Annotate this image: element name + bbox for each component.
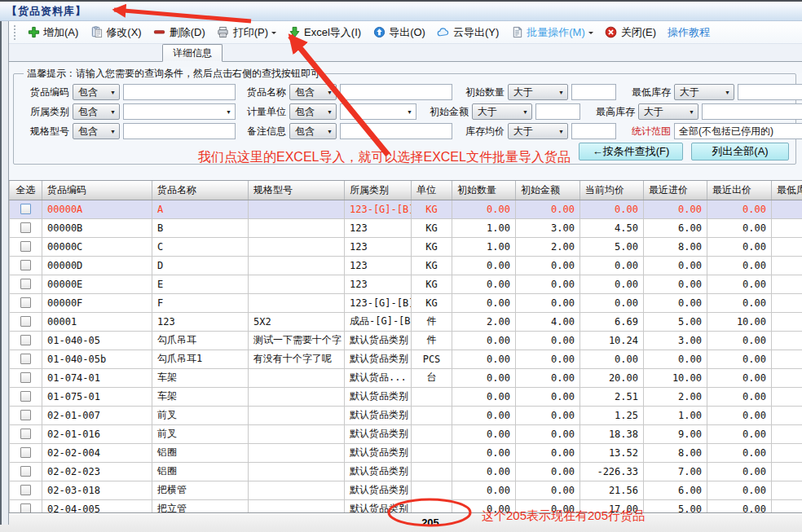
column-header[interactable]: 货品名称 (152, 181, 249, 200)
printer-icon (217, 26, 230, 39)
spec-model-input[interactable] (123, 123, 236, 139)
table-row[interactable]: 01-074-01车架默认货品...台0.000.0020.0010.000.0… (10, 368, 802, 387)
cell-init-qty: 0.00 (452, 406, 516, 424)
row-checkbox[interactable] (20, 204, 31, 214)
row-checkbox[interactable] (20, 260, 31, 270)
column-header[interactable]: 当前均价 (580, 181, 644, 200)
table-row[interactable]: 01-040-05b勾爪吊耳1有没有十个字了呢默认货品类别PCS0.000.00… (10, 350, 802, 368)
column-header[interactable]: 所属类别 (345, 181, 412, 200)
row-checkbox[interactable] (20, 410, 31, 420)
delete-button[interactable]: 删除(D) (148, 23, 211, 42)
row-checkbox[interactable] (20, 335, 31, 345)
cell-init-qty: 0.00 (452, 481, 516, 499)
row-checkbox[interactable] (20, 429, 31, 439)
row-checkbox[interactable] (20, 222, 31, 233)
column-header[interactable]: 单位 (412, 181, 452, 200)
table-row[interactable]: 00000EE123KG0.000.000.000.000.00 (10, 275, 802, 293)
column-header[interactable]: 初始金额 (516, 181, 580, 200)
table-row[interactable]: 02-01-016前叉默认货品类别0.000.0018.389.000.00 (10, 424, 802, 443)
stat-scope-select[interactable]: 全部(不包括已停用的) (674, 123, 802, 139)
cell-current-avg-price: 10.24 (580, 331, 644, 350)
row-checkbox[interactable] (20, 466, 31, 477)
init-qty-label: 初始数量 (464, 86, 505, 99)
tutorial-link[interactable]: 操作教程 (662, 23, 716, 42)
table-row[interactable]: 00000CC123KG1.002.005.008.000.00 (10, 237, 802, 256)
table-row[interactable]: 00000DD123KG0.000.000.000.000.00 (10, 256, 802, 275)
row-checkbox[interactable] (20, 372, 31, 383)
row-checkbox[interactable] (20, 279, 31, 289)
init-qty-operator-select[interactable]: 大于 (508, 84, 568, 100)
max-stock-operator-select[interactable]: 大于 (638, 103, 698, 120)
table-row[interactable]: 01-040-05勾爪吊耳测试一下需要十个字默认货品类别件0.000.0010.… (10, 331, 802, 350)
table-row[interactable]: 02-02-023铝圈默认货品类别0.000.00-226.337.000.00 (10, 462, 802, 481)
avg-price-operator-select[interactable]: 大于 (508, 123, 568, 139)
chevron-down-icon (407, 109, 412, 115)
column-header[interactable]: 初始数量 (452, 181, 516, 200)
cloud-export-button[interactable]: 云导出(Y) (431, 23, 505, 42)
table-row[interactable]: 00000AA123-[G]-[B]KG0.000.000.000.000.00 (10, 200, 802, 218)
row-checkbox[interactable] (20, 503, 31, 512)
remark-operator-select[interactable]: 包含 (289, 123, 337, 139)
excel-import-button[interactable]: Excel导入(I) (282, 23, 367, 42)
column-header[interactable]: 最近进价 (644, 181, 707, 200)
goods-name-operator-select[interactable]: 包含 (289, 84, 337, 100)
goods-code-input[interactable] (123, 84, 236, 100)
close-button[interactable]: 关闭(E) (599, 23, 662, 42)
min-stock-operator-select[interactable]: 大于 (674, 84, 734, 100)
batch-operations-button[interactable]: 批量操作(M) (505, 23, 599, 42)
cell-init-qty: 0.00 (452, 387, 516, 406)
table-row[interactable]: 01-075-01车架默认货品类别0.000.002.512.000.00 (10, 387, 802, 406)
unit-select[interactable] (340, 103, 416, 120)
table-row[interactable]: 00000BB123KG1.003.004.506.000.00 (10, 218, 802, 237)
category-select[interactable] (123, 103, 236, 120)
init-qty-input[interactable] (571, 84, 616, 100)
row-checkbox[interactable] (20, 354, 31, 364)
list-all-button[interactable]: 列出全部(A) (691, 143, 789, 160)
stat-scope-field: 统计范围全部(不包括已停用的) (630, 123, 802, 139)
init-amount-operator-select[interactable]: 大于 (472, 103, 532, 120)
table-row[interactable]: 02-02-004铝圈默认货品类别0.000.0013.528.000.00 (10, 443, 802, 462)
column-header[interactable]: 全选 (10, 181, 42, 200)
search-by-condition-button[interactable]: ←按条件查找(F) (579, 143, 683, 160)
add-button[interactable]: 增加(A) (21, 23, 84, 42)
column-header[interactable]: 货品编码 (42, 181, 152, 200)
cell-last-purchase-price: 0.00 (644, 293, 707, 312)
row-checkbox[interactable] (20, 391, 31, 402)
table-row[interactable]: 000011235X2成品-[G]-[B]件2.004.006.695.0010… (10, 312, 802, 331)
column-header[interactable]: 最低库存 (772, 181, 802, 200)
row-checkbox[interactable] (20, 447, 31, 458)
max-stock-input[interactable] (702, 103, 802, 120)
goods-code-operator-select[interactable]: 包含 (73, 84, 120, 100)
table-row[interactable]: 02-03-018把横管默认货品类别0.000.0021.566.000.00 (10, 481, 802, 499)
print-button[interactable]: 打印(P) (211, 23, 282, 42)
column-header[interactable]: 规格型号 (249, 181, 345, 200)
batch-operations-button-label: 批量操作(M) (527, 25, 585, 40)
avg-price-input[interactable] (571, 123, 616, 139)
cell-init-amount: 3.00 (516, 218, 580, 237)
category-operator-select[interactable]: 包含 (73, 103, 120, 120)
cell-init-amount: 0.00 (516, 293, 580, 312)
row-checkbox[interactable] (20, 297, 31, 308)
goods-name-input[interactable] (340, 84, 452, 100)
tutorial-link-label: 操作教程 (668, 25, 710, 40)
tab-details[interactable]: 详细信息 (162, 44, 223, 62)
cell-category: 默认货品类别 (345, 499, 412, 512)
remark-input[interactable] (340, 123, 452, 139)
min-stock-input[interactable] (738, 84, 802, 100)
chevron-down-icon (110, 90, 116, 95)
cell-min-stock (772, 462, 802, 481)
cell-last-sale-price: 0.00 (707, 293, 772, 312)
row-checkbox[interactable] (20, 485, 31, 495)
init-amount-input[interactable] (535, 103, 580, 120)
spec-model-operator-select[interactable]: 包含 (73, 123, 120, 139)
column-header[interactable]: 最近出价 (707, 181, 772, 200)
row-checkbox[interactable] (20, 241, 31, 252)
export-button[interactable]: 导出(O) (367, 23, 431, 42)
table-row[interactable]: 02-04-005把立管默认货品类别0.000.0017.005.000.00 (10, 499, 802, 512)
table-row[interactable]: 00000FF123-[G]-[B]KG0.000.000.000.000.00 (10, 293, 802, 312)
row-checkbox[interactable] (20, 316, 31, 327)
cell-unit (412, 481, 452, 499)
edit-button[interactable]: 修改(X) (84, 23, 147, 42)
table-row[interactable]: 02-01-007前叉默认货品类别0.000.001.251.000.00 (10, 406, 802, 424)
unit-operator-select[interactable]: 包含 (289, 103, 337, 120)
